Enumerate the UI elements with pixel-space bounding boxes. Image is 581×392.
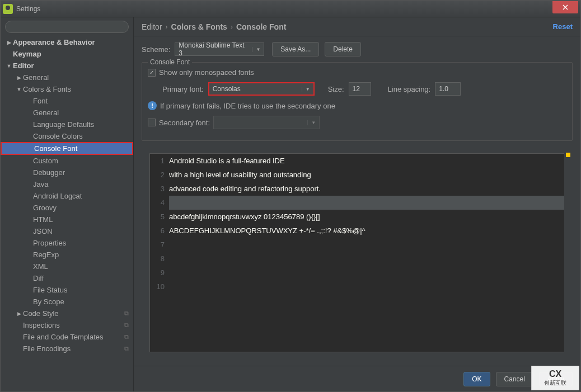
spacing-input[interactable]: [435, 82, 461, 96]
close-icon: [563, 4, 568, 10]
tree-item[interactable]: HTML: [1, 214, 133, 225]
tree-item[interactable]: Console Colors: [1, 130, 133, 142]
titlebar[interactable]: Settings: [1, 1, 580, 17]
tree-arrow-icon: ▶: [15, 75, 23, 81]
chevron-down-icon: ▼: [252, 47, 260, 52]
line-number: 10: [150, 280, 169, 294]
body: 🔍 ▶Appearance & BehaviorKeymap▼Editor▶Ge…: [1, 17, 580, 391]
line-number: 4: [150, 196, 169, 210]
tree-item-label: Editor: [13, 62, 34, 70]
info-text: If primary font fails, IDE tries to use …: [160, 102, 335, 110]
tree-item-label: Console Font: [34, 144, 77, 153]
fieldset-legend: Console Font: [148, 58, 192, 66]
breadcrumb-2[interactable]: Console Font: [236, 22, 286, 31]
tree-item[interactable]: By Scope: [1, 296, 133, 308]
tree-item[interactable]: Debugger: [1, 167, 133, 178]
preview-scrollbar[interactable]: [564, 150, 572, 360]
tree-arrow-icon: ▶: [15, 311, 23, 317]
tree-item[interactable]: ▼Editor: [1, 60, 133, 72]
save-as-button[interactable]: Save As...: [272, 42, 319, 56]
secondary-label: Secondary font:: [159, 119, 210, 127]
tree-item[interactable]: Keymap: [1, 48, 133, 60]
app-icon: [3, 4, 13, 14]
tree-item[interactable]: Language Defaults: [1, 119, 133, 130]
tree-item-label: General: [33, 108, 59, 117]
project-icon: ⧉: [124, 310, 129, 317]
info-icon: !: [148, 101, 157, 110]
line-number: 3: [150, 182, 169, 196]
tree-item[interactable]: ▶General: [1, 72, 133, 83]
cancel-button[interactable]: Cancel: [496, 372, 533, 386]
search-input[interactable]: [5, 21, 129, 33]
scheme-select[interactable]: Monokai Sublime Text 3 ▼: [175, 42, 264, 56]
line-number: 9: [150, 266, 169, 280]
tree-item-label: Properties: [33, 239, 66, 247]
tree-item-label: By Scope: [33, 297, 64, 306]
breadcrumb-1[interactable]: Colors & Fonts: [171, 22, 227, 31]
tree-item[interactable]: File Status: [1, 284, 133, 296]
chevron-down-icon: ▼: [302, 87, 310, 92]
breadcrumb: Editor › Colors & Fonts › Console Font R…: [134, 17, 580, 36]
tree-arrow-icon: ▶: [5, 40, 13, 45]
tree-item[interactable]: XML: [1, 261, 133, 272]
close-button[interactable]: [552, 1, 578, 13]
primary-font-value: Consolas: [213, 85, 298, 93]
chevron-down-icon: ▼: [307, 120, 316, 125]
preview-line: 5abcdefghijklmnopqrstuvwxyz 0123456789 (…: [150, 210, 564, 224]
code-text: [169, 280, 564, 294]
tree-item[interactable]: ▶Appearance & Behavior: [1, 36, 133, 48]
tree-arrow-icon: ▼: [15, 87, 23, 92]
scheme-label: Scheme:: [142, 45, 170, 54]
breadcrumb-0[interactable]: Editor: [142, 22, 162, 31]
tree-item[interactable]: ▼Colors & Fonts: [1, 83, 133, 95]
tree-item[interactable]: JSON: [1, 225, 133, 237]
tree-item[interactable]: Font: [1, 95, 133, 107]
tree-item-label: Inspections: [23, 321, 60, 329]
ok-button[interactable]: OK: [463, 372, 490, 386]
tree-item-label: File Status: [33, 286, 67, 294]
line-number: 8: [150, 252, 169, 266]
show-mono-checkbox[interactable]: ✓: [148, 69, 156, 77]
search-wrap: 🔍: [1, 21, 133, 36]
delete-button[interactable]: Delete: [325, 42, 361, 56]
info-row: ! If primary font fails, IDE tries to us…: [148, 101, 566, 110]
tree-item[interactable]: Groovy: [1, 202, 133, 214]
primary-font-row: Primary font: Consolas ▼ Size: Line spac…: [162, 82, 566, 96]
preview-line: 9: [150, 266, 564, 280]
preview-line: 8: [150, 252, 564, 266]
tree-item[interactable]: File Encodings⧉: [1, 343, 133, 355]
tree-item-label: Appearance & Behavior: [13, 38, 95, 46]
tree-item[interactable]: Diff: [1, 272, 133, 284]
secondary-font-select[interactable]: ▼: [213, 116, 320, 129]
tree-item-label: Console Colors: [33, 132, 83, 140]
breadcrumb-sep: ›: [231, 23, 233, 31]
settings-tree[interactable]: ▶Appearance & BehaviorKeymap▼Editor▶Gene…: [1, 36, 133, 391]
scheme-row: Scheme: Monokai Sublime Text 3 ▼ Save As…: [142, 42, 573, 56]
preview-line: 3advanced code editing and refactoring s…: [150, 182, 564, 196]
preview-line: 10: [150, 280, 564, 294]
tree-item[interactable]: Custom: [1, 155, 133, 167]
font-preview[interactable]: 1Android Studio is a full-featured IDE2w…: [149, 153, 565, 352]
tree-item[interactable]: Console Font: [1, 142, 133, 155]
tree-item[interactable]: Properties: [1, 237, 133, 249]
tree-item-label: RegExp: [33, 251, 59, 259]
primary-font-select[interactable]: Consolas ▼: [208, 82, 315, 96]
tree-item[interactable]: RegExp: [1, 249, 133, 261]
preview-wrap: 1Android Studio is a full-featured IDE2w…: [142, 150, 573, 360]
spacing-label: Line spacing:: [388, 85, 431, 93]
tree-item[interactable]: ▶Code Style⧉: [1, 308, 133, 319]
code-text: advanced code editing and refactoring su…: [169, 182, 564, 196]
reset-link[interactable]: Reset: [553, 22, 573, 31]
tree-item[interactable]: Android Logcat: [1, 190, 133, 202]
tree-item-label: Groovy: [33, 204, 57, 212]
tree-item[interactable]: General: [1, 107, 133, 119]
secondary-checkbox[interactable]: [148, 119, 156, 126]
size-label: Size:: [328, 85, 344, 93]
size-input[interactable]: [349, 82, 371, 96]
tree-item-label: XML: [33, 262, 48, 271]
tree-item[interactable]: Java: [1, 178, 133, 190]
project-icon: ⧉: [124, 345, 129, 352]
tree-item-label: HTML: [33, 215, 53, 224]
tree-item[interactable]: Inspections⧉: [1, 319, 133, 331]
tree-item[interactable]: File and Code Templates⧉: [1, 331, 133, 343]
